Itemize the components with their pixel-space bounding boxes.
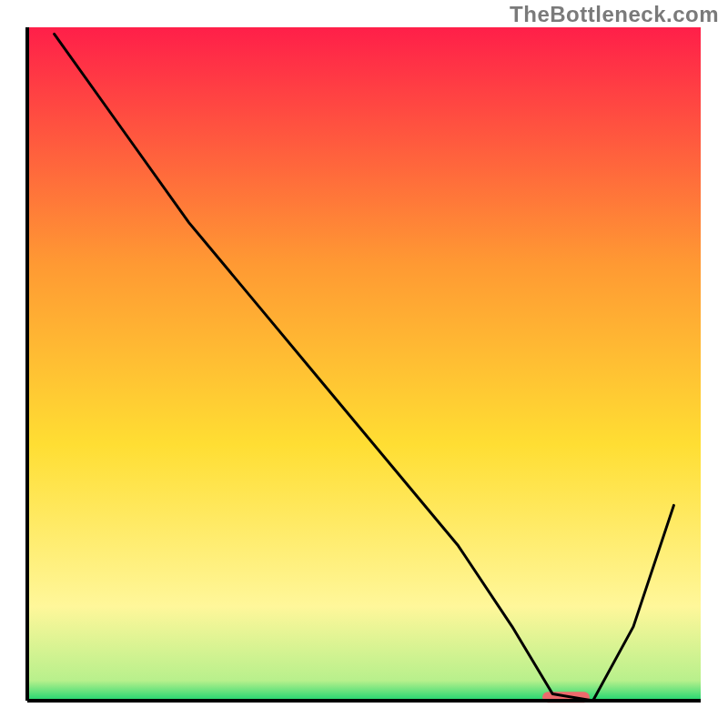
- plot-background: [27, 27, 701, 701]
- bottleneck-chart: [0, 0, 728, 728]
- chart-container: TheBottleneck.com: [0, 0, 728, 728]
- watermark-label: TheBottleneck.com: [510, 2, 719, 27]
